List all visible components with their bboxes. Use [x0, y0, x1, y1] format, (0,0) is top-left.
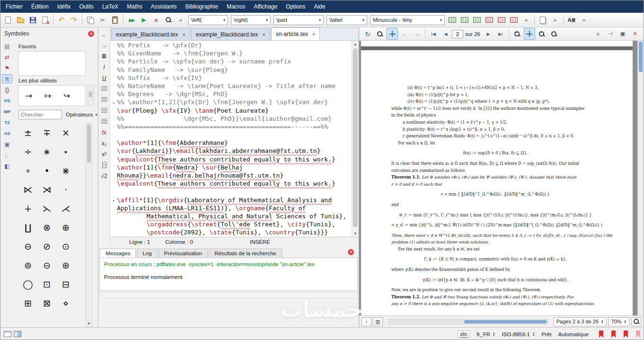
view-pdf-icon[interactable] [163, 14, 174, 26]
forward-icon[interactable]: → [411, 28, 423, 40]
favorites-box[interactable] [18, 51, 86, 76]
symbol-search-input[interactable] [18, 110, 62, 119]
menu-dition[interactable]: Édition [27, 0, 53, 13]
messages-tab-prvisualisation[interactable]: Prévisualisation [159, 249, 208, 258]
zoom-level-combo[interactable]: 70% [609, 317, 629, 326]
math-mode-icon[interactable]: fx [99, 127, 109, 138]
code-line[interactable]: \postcode{2092}, \state{Tunis}, \country… [110, 229, 352, 237]
code-line[interactable]: %%======================================… [110, 123, 352, 131]
run-icon[interactable]: ▶ [138, 14, 150, 26]
open-file-icon[interactable] [15, 14, 26, 26]
right-delimiter-combo[interactable]: \right)▾ [231, 15, 271, 25]
menu-fichier[interactable]: Fichier [1, 0, 27, 13]
symbol-cell[interactable]: ⊝ [37, 256, 56, 275]
menu-affichage[interactable]: Affichage [249, 0, 282, 13]
tab-sn-article-tex[interactable]: sn-article.tex× [271, 27, 320, 40]
undo-icon[interactable]: ↶ [56, 14, 67, 26]
delimiters-icon[interactable]: {} [2, 85, 12, 94]
layout-editor-icon[interactable] [4, 331, 11, 337]
add-row-icon[interactable] [484, 14, 495, 26]
subscript-icon[interactable]: x₂ [99, 138, 109, 149]
encoding-selector[interactable]: ISO-8859-1 [502, 331, 535, 337]
symbol-cell[interactable]: ∔ [18, 199, 37, 218]
code-line[interactable]: %% Suffix -> \sfx{IV} [110, 74, 352, 82]
code-line[interactable]: %% Prefix -> \pfx{Dr} [110, 42, 352, 50]
code-line[interactable]: %% FamilyName -> \sur{Ploeg} [110, 66, 352, 74]
scrollbar-thumb[interactable] [353, 48, 358, 227]
code-line[interactable]: \author*[1]{\fnm{Abderrahmane} [110, 139, 352, 147]
pdf-scroll-area[interactable]: (ii) Φ(t) = t^p ln(1 + t), 1 < (−1+√(1+4… [359, 41, 637, 315]
relation-symbols-icon[interactable]: ⇄ [2, 53, 12, 62]
snippet-icon[interactable]: ∟ [2, 151, 12, 160]
fraction-icon[interactable] [99, 160, 109, 170]
continuous-scroll-icon[interactable]: ↕ [362, 317, 371, 326]
prev-position-icon[interactable]: ← [99, 29, 109, 40]
last-page-icon[interactable]: ▶| [495, 28, 506, 40]
code-line[interactable]: ▾%% \author*[1,2]{\pfx{Dr} \fnm{Joergen … [110, 98, 352, 107]
sectioning-combo[interactable]: \part▾ [273, 15, 324, 25]
font-size-combo[interactable]: Minuscule - \tiny▾ [370, 15, 445, 25]
menu-bibliographie[interactable]: Bibliographie [181, 0, 222, 13]
scroll-down-icon[interactable]: ▼ [352, 230, 359, 237]
symbol-cell[interactable]: ÷ [18, 142, 37, 161]
previous-page-icon[interactable]: ◀ [440, 28, 451, 40]
symbol-rightarrow[interactable]: → [21, 88, 37, 104]
close-tab-icon[interactable]: × [312, 31, 315, 37]
code-line[interactable]: %% Particle -> \spfx{van der} -> surname… [110, 58, 352, 66]
fold-marker-icon[interactable]: ▾ [110, 100, 117, 105]
editor-scrollbar[interactable]: ▲ ▼ [352, 41, 359, 237]
clipboard-icon[interactable]: ▣ [2, 140, 12, 149]
code-line[interactable]: %% Degrees -> \dgr{MSc, PhD} [110, 90, 352, 98]
symbols-scrollbar[interactable]: ▼ [86, 123, 92, 327]
symbol-cell[interactable]: ◯ [18, 275, 37, 294]
quick-build-icon[interactable]: ▶▶ [126, 14, 137, 26]
symbol-cell[interactable]: × [56, 123, 75, 142]
menu-aide[interactable]: Aide [309, 0, 329, 13]
metapost-icon[interactable]: MP [2, 107, 12, 116]
copy-icon[interactable] [85, 14, 96, 26]
symbol-cell[interactable]: ⋄ [56, 294, 75, 313]
menu-idfix[interactable]: Idéfix [53, 0, 75, 13]
symbol-cell[interactable]: ⊕ [56, 218, 75, 237]
pstricks-icon[interactable]: PS [2, 96, 12, 105]
fold-marker-icon[interactable]: ▾ [110, 198, 117, 203]
close-file-icon[interactable]: ✕ [39, 14, 51, 26]
pan-tool-icon[interactable] [387, 28, 398, 40]
delete-row-icon[interactable] [496, 14, 507, 26]
code-line[interactable]: ▾\affil*[1]{\orgdiv{Laboratory of Mathem… [110, 197, 352, 205]
code-line[interactable]: \sur{Ploeg} \sfx{IV} \tanm{Poet Laureate… [110, 107, 352, 115]
zoom-area-icon[interactable]: ▫ [548, 28, 560, 40]
build-overflow-icon[interactable]: » [175, 14, 186, 26]
symbol-cell[interactable]: ∗ [37, 142, 56, 161]
list-env-icon[interactable] [99, 116, 109, 127]
bold-icon[interactable]: B [99, 51, 109, 62]
symbol-cell[interactable]: ⊟ [56, 275, 75, 294]
refresh-icon[interactable]: ↻ [362, 28, 373, 40]
symbol-cell[interactable]: • [37, 161, 56, 180]
new-file-icon[interactable] [2, 14, 14, 26]
menu-maths[interactable]: Maths [123, 0, 147, 13]
code-line[interactable]: %% NatureName -> \tanm{Poet Laureate} ->… [110, 82, 352, 90]
symbol-cell[interactable]: ⋅ [56, 180, 75, 199]
scroll-up-icon[interactable]: ▲ [352, 41, 359, 47]
symbol-cell[interactable]: ⊞ [18, 294, 37, 313]
symbol-cell[interactable]: ⊠ [37, 294, 56, 313]
close-pdf-icon[interactable]: ✕ [629, 28, 641, 40]
misc-symbols-icon[interactable]: ⚑ [2, 63, 12, 72]
bookmark-red-2-icon[interactable] [611, 331, 616, 338]
messages-tab-rsultatsdelarecherche[interactable]: Résultats de la recherche [209, 249, 282, 258]
zoom-in-icon[interactable]: + [512, 28, 523, 40]
scrollbar-thumb[interactable] [464, 320, 547, 323]
stop-icon[interactable]: ■ [150, 14, 162, 26]
pdf-vertical-scrollbar[interactable] [637, 41, 644, 315]
scroll-down-icon[interactable]: ▼ [86, 320, 92, 327]
array-wizard-icon[interactable] [459, 14, 470, 26]
tikz-icon[interactable]: TZ [2, 118, 12, 127]
format-overflow-icon[interactable]: » [578, 14, 590, 26]
symbol-category-combo[interactable]: Opérateurs ▾ [66, 112, 97, 117]
sqrt-icon[interactable]: √2 [99, 170, 109, 181]
symbol-cell[interactable]: ⊚ [18, 256, 37, 275]
code-line[interactable]: \orgaddress{\street{Tol\'ede Street}, \c… [110, 221, 352, 229]
cut-icon[interactable]: ✂ [97, 14, 108, 26]
symbol-cell[interactable]: ⋋ [37, 199, 56, 218]
